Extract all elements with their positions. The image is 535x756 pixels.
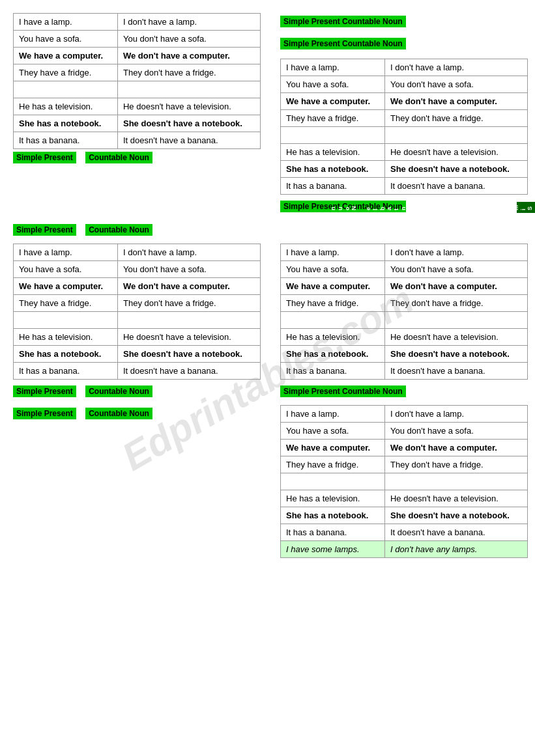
label-section-1: Simple Present Countable Noun bbox=[13, 149, 267, 166]
table-row: She has a notebook. She doesn't have a n… bbox=[281, 161, 528, 178]
table-row: She has a notebook. She doesn't have a n… bbox=[14, 115, 261, 132]
side-strip-label: SimplePresentCountableNoun bbox=[517, 202, 535, 213]
left-col-middle: I have a lamp. I don't have a lamp. You … bbox=[13, 244, 267, 558]
table-middle-right: I have a lamp. I don't have a lamp. You … bbox=[280, 244, 528, 380]
table-row: They have a fridge. They don't have a fr… bbox=[281, 456, 528, 473]
label-section-2: Simple Present Countable Noun bbox=[13, 221, 522, 238]
section-top: I have a lamp. I don't have a lamp. You … bbox=[13, 13, 522, 215]
table-bottom-right: I have a lamp. I don't have a lamp. You … bbox=[280, 405, 528, 558]
label-simple-present-1: Simple Present bbox=[13, 152, 76, 163]
table-row: You have a sofa. You don't have a sofa. bbox=[14, 31, 261, 48]
table-row: I have a lamp. I don't have a lamp. bbox=[281, 244, 528, 261]
label-combined-right-bottom-2: Simple Present Countable Noun bbox=[280, 385, 406, 397]
table-middle-left: I have a lamp. I don't have a lamp. You … bbox=[13, 244, 261, 380]
table-row: They have a fridge. They don't have a fr… bbox=[281, 110, 528, 127]
label-simple-present-3: Simple Present bbox=[13, 385, 76, 397]
table-row: I have a lamp. I don't have a lamp. bbox=[281, 406, 528, 423]
table-row: I have a lamp. I don't have a lamp. bbox=[14, 14, 261, 31]
table-row: You have a sofa. You don't have a sofa. bbox=[281, 76, 528, 93]
label-simple-present-4: Simple Present bbox=[13, 408, 76, 419]
table-row: It has a banana. It doesn't have a banan… bbox=[14, 363, 261, 380]
section-middle: I have a lamp. I don't have a lamp. You … bbox=[13, 244, 522, 558]
table-row: He has a television. He doesn't have a t… bbox=[281, 144, 528, 161]
table-row: You have a sofa. You don't have a sofa. bbox=[281, 423, 528, 440]
spacer-row bbox=[14, 312, 261, 329]
table-row: We have a computer. We don't have a comp… bbox=[281, 440, 528, 456]
label-countable-noun-4: Countable Noun bbox=[85, 408, 152, 419]
table-row: I have a lamp. I don't have a lamp. bbox=[14, 244, 261, 261]
table-row: We have a computer. We don't have a comp… bbox=[14, 278, 261, 295]
page: Edprintables.com SimplePresentCountableN… bbox=[0, 0, 535, 756]
table-row: He has a television. He doesn't have a t… bbox=[14, 98, 261, 115]
table-row: It has a banana. It doesn't have a banan… bbox=[281, 524, 528, 541]
table-row: They have a fridge. They don't have a fr… bbox=[14, 64, 261, 81]
table-row: They have a fridge. They don't have a fr… bbox=[14, 295, 261, 312]
spacer-row bbox=[281, 127, 528, 144]
table-row: They have a fridge. They don't have a fr… bbox=[281, 295, 528, 312]
table-row: We have a computer. We don't have a comp… bbox=[281, 278, 528, 295]
table-top-right: I have a lamp. I don't have a lamp. You … bbox=[280, 59, 528, 195]
label-simple-present-2: Simple Present bbox=[13, 224, 76, 236]
label-right-top-1: Simple Present Countable Noun bbox=[280, 13, 528, 30]
table-row: I have a lamp. I don't have a lamp. bbox=[281, 59, 528, 76]
spacer-row bbox=[281, 312, 528, 329]
left-col-top: I have a lamp. I don't have a lamp. You … bbox=[13, 13, 267, 215]
label-section-4: Simple Present Countable Noun bbox=[13, 405, 267, 422]
label-combined-top-1: Simple Present Countable Noun bbox=[280, 16, 406, 27]
table-row: You have a sofa. You don't have a sofa. bbox=[14, 261, 261, 278]
table-row: She has a notebook. She doesn't have a n… bbox=[281, 507, 528, 524]
label-countable-noun-1: Countable Noun bbox=[85, 152, 152, 163]
table-row: She has a notebook. She doesn't have a n… bbox=[281, 346, 528, 363]
right-col-middle: I have a lamp. I don't have a lamp. You … bbox=[280, 244, 528, 558]
table-row: She has a notebook. She doesn't have a n… bbox=[14, 346, 261, 363]
label-section-3: Simple Present Countable Noun bbox=[13, 383, 267, 400]
label-countable-noun-2: Countable Noun bbox=[85, 224, 152, 236]
label-right-bottom-2: Simple Present Countable Noun bbox=[280, 383, 528, 400]
label-countable-noun-3: Countable Noun bbox=[85, 385, 152, 397]
label-right-top-2: Simple Present Countable Noun bbox=[280, 35, 528, 52]
table-row: He has a television. He doesn't have a t… bbox=[281, 490, 528, 507]
table-row: He has a television. He doesn't have a t… bbox=[14, 329, 261, 346]
table-row: He has a television. He doesn't have a t… bbox=[281, 329, 528, 346]
table-row: We have a computer. We don't have a comp… bbox=[281, 93, 528, 110]
spacer-row bbox=[281, 473, 528, 490]
right-col-top: Simple Present Countable Noun Simple Pre… bbox=[280, 13, 528, 215]
table-row: It has a banana. It doesn't have a banan… bbox=[14, 132, 261, 149]
table-row: You have a sofa. You don't have a sofa. bbox=[281, 261, 528, 278]
table-row-highlight: I have some lamps. I don't have any lamp… bbox=[281, 541, 528, 558]
table-row: It has a banana. It doesn't have a banan… bbox=[281, 178, 528, 195]
spacer-row bbox=[14, 81, 261, 98]
table-row: We have a computer. We don't have a comp… bbox=[14, 48, 261, 64]
label-combined-top-2: Simple Present Countable Noun bbox=[280, 38, 406, 49]
table-row: It has a banana. It doesn't have a banan… bbox=[281, 363, 528, 380]
table-top-left: I have a lamp. I don't have a lamp. You … bbox=[13, 13, 261, 149]
